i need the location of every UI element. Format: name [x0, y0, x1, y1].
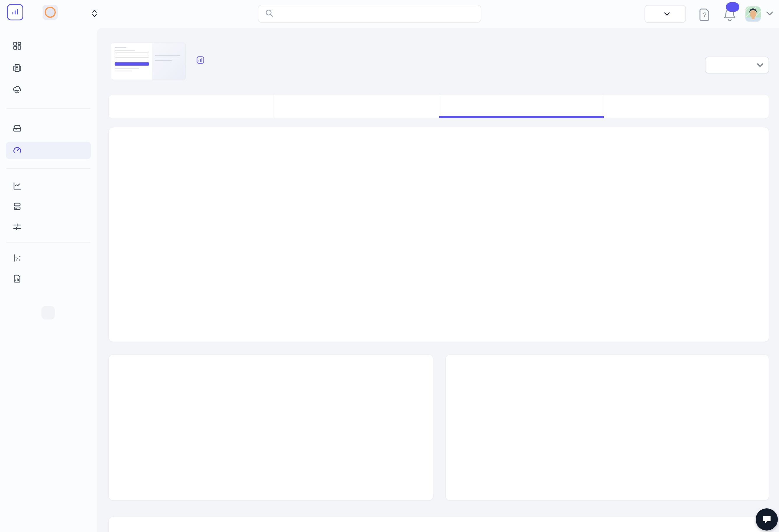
sidebar-item-dashboard[interactable] — [6, 37, 91, 55]
line-chart-icon — [13, 182, 21, 190]
dashboard-grid-icon — [13, 42, 21, 50]
workspace-ring-icon — [45, 7, 56, 18]
scatter-plot-icon — [13, 254, 21, 262]
sidebar-item-runs-by-test[interactable] — [6, 270, 91, 287]
chevron-down-icon — [664, 12, 670, 16]
app-root: ? — [0, 0, 779, 532]
user-menu-caret[interactable] — [766, 11, 773, 17]
search-icon — [265, 9, 274, 19]
sidebar-item-web-tests[interactable] — [6, 177, 91, 195]
tab-overview[interactable] — [109, 95, 274, 118]
sidebar-divider — [6, 168, 91, 169]
sidebar-divider — [6, 109, 91, 109]
server-icon — [13, 124, 21, 133]
organization-icon — [13, 64, 21, 72]
sidebar-item-browser-tests[interactable] — [6, 198, 91, 215]
timeframe-select[interactable] — [705, 57, 769, 73]
stacked-cards-icon — [13, 202, 21, 211]
sidebar-item-advanced-tests[interactable] — [6, 218, 91, 236]
host-response-time-card — [109, 127, 769, 342]
chat-button[interactable] — [756, 509, 778, 531]
help-doc-icon: ? — [699, 8, 711, 21]
mini-chart-icon — [196, 56, 204, 64]
svg-text:?: ? — [703, 11, 706, 18]
sliders-icon — [13, 222, 21, 231]
distribution-card — [109, 354, 433, 501]
sidebar-item-organization[interactable] — [6, 59, 91, 77]
admin-menu-button[interactable] — [645, 5, 686, 23]
host-url-row — [196, 56, 208, 64]
sidebar-item-cloud[interactable] — [6, 81, 91, 98]
chevron-down-icon — [766, 11, 773, 16]
tab-response-time[interactable] — [439, 95, 604, 118]
sidebar-item-performance[interactable] — [6, 142, 91, 159]
host-thumbnail — [111, 43, 186, 80]
chevron-down-icon — [757, 63, 763, 67]
cloud-gear-icon — [13, 85, 21, 94]
gauge-icon — [13, 146, 21, 155]
search-bar — [258, 5, 481, 23]
storage-card — [109, 517, 769, 532]
report-doc-icon — [13, 274, 21, 283]
avatar-image — [745, 6, 761, 21]
tab-lighthouse[interactable] — [604, 95, 769, 118]
bar-chart-logo-icon — [11, 7, 19, 17]
help-button[interactable]: ? — [699, 8, 711, 22]
app-logo — [7, 4, 23, 20]
search-input[interactable] — [278, 9, 474, 18]
user-avatar[interactable] — [745, 6, 761, 21]
avg-hour-card — [445, 354, 769, 501]
page-tabs — [109, 95, 769, 118]
workspace-select-icon[interactable] — [91, 9, 98, 19]
sidebar-item-hosts[interactable] — [6, 120, 91, 137]
sidebar-divider — [6, 242, 91, 243]
workspace-avatar[interactable] — [43, 5, 58, 20]
chat-bubble-icon — [762, 515, 772, 524]
sidebar-collapse-button[interactable] — [42, 306, 55, 320]
tab-core-web-vitals[interactable] — [274, 95, 439, 118]
sidebar-item-latest-runs[interactable] — [6, 249, 91, 267]
notification-badge — [726, 2, 739, 12]
